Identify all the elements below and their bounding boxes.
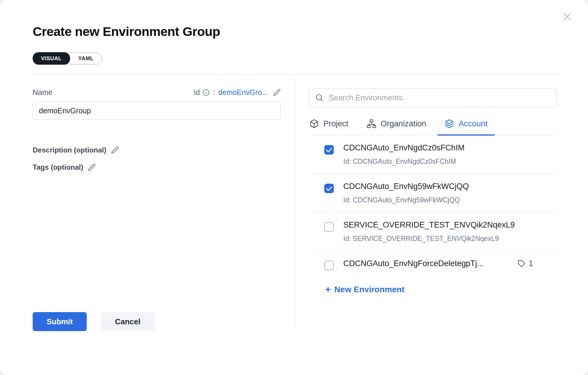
layers-icon bbox=[445, 119, 454, 128]
create-environment-group-modal: Create new Environment Group VISUAL YAML… bbox=[0, 0, 588, 375]
list-item[interactable]: CDCNGAuto_EnvNg59wFkWCjQQ Id: CDCNGAuto_… bbox=[309, 174, 557, 212]
environment-name: CDCNGAuto_EnvNgdCz0sFChIM bbox=[343, 143, 464, 152]
environment-texts: SERVICE_OVERRIDE_TEST_ENVQik2NqexL9 Id: … bbox=[343, 220, 557, 243]
scope-tabs: Project Organization bbox=[309, 115, 557, 135]
id-label: Id bbox=[194, 88, 200, 97]
search-box bbox=[309, 88, 557, 107]
submit-button[interactable]: Submit bbox=[33, 312, 87, 331]
environment-name: SERVICE_OVERRIDE_TEST_ENVQik2NqexL9 bbox=[343, 220, 515, 230]
name-label: Name bbox=[33, 88, 53, 97]
tags-row: Tags (optional) bbox=[33, 163, 281, 171]
cube-icon bbox=[309, 119, 319, 128]
toggle-yaml[interactable]: YAML bbox=[70, 53, 102, 64]
toggle-visual[interactable]: VISUAL bbox=[33, 52, 70, 65]
environment-checkbox[interactable] bbox=[324, 261, 334, 270]
environment-id: Id: CDCNGAuto_EnvNg59wFkWCjQQ bbox=[343, 196, 557, 204]
list-item[interactable]: CDCNGAuto_EnvNgdCz0sFChIM Id: CDCNGAuto_… bbox=[309, 135, 557, 174]
edit-id-icon[interactable] bbox=[273, 89, 281, 96]
id-value[interactable]: demoEnvGro... bbox=[218, 88, 268, 97]
new-environment-label: New Environment bbox=[334, 285, 404, 294]
environment-texts: CDCNGAuto_EnvNgForceDeletegpTj... 1 bbox=[343, 259, 557, 273]
edit-tags-icon[interactable] bbox=[88, 163, 96, 171]
form-actions: Submit Cancel bbox=[33, 312, 281, 331]
tab-organization[interactable]: Organization bbox=[366, 115, 427, 135]
environment-checkbox[interactable] bbox=[324, 184, 334, 193]
new-environment-button[interactable]: + New Environment bbox=[325, 285, 404, 294]
visual-yaml-toggle: VISUAL YAML bbox=[33, 53, 102, 64]
id-colon: : bbox=[213, 88, 215, 97]
environment-checkbox[interactable] bbox=[324, 145, 334, 155]
info-icon[interactable] bbox=[203, 89, 210, 96]
plus-icon: + bbox=[325, 285, 331, 294]
environment-name: CDCNGAuto_EnvNgForceDeletegpTj... bbox=[343, 259, 484, 268]
environment-id: Id: CDCNGAuto_EnvNgdCz0sFChIM bbox=[343, 158, 557, 166]
environment-id-clipped: Id: CDCNGAuto_EnvNgForceDeletegpTjXUQVQ bbox=[343, 268, 557, 273]
name-input[interactable] bbox=[33, 101, 281, 120]
environment-checkbox[interactable] bbox=[324, 222, 334, 232]
environments-panel: Project Organization bbox=[296, 75, 557, 361]
list-item[interactable]: CDCNGAuto_EnvNgForceDeletegpTj... 1 bbox=[309, 251, 557, 273]
close-icon[interactable] bbox=[561, 11, 573, 23]
page-title: Create new Environment Group bbox=[33, 24, 588, 39]
environment-texts: CDCNGAuto_EnvNg59wFkWCjQQ Id: CDCNGAuto_… bbox=[343, 182, 557, 204]
tag-count: 1 bbox=[529, 259, 533, 268]
name-row: Name Id : demoEnvGro... bbox=[33, 88, 281, 97]
cancel-button[interactable]: Cancel bbox=[101, 312, 154, 331]
description-row: Description (optional) bbox=[33, 146, 281, 154]
environment-name: CDCNGAuto_EnvNg59wFkWCjQQ bbox=[343, 182, 469, 191]
id-cluster: Id : demoEnvGro... bbox=[194, 88, 281, 97]
environment-id: Id: SERVICE_OVERRIDE_TEST_ENVQik2NqexL9 bbox=[343, 235, 557, 243]
list-item[interactable]: SERVICE_OVERRIDE_TEST_ENVQik2NqexL9 Id: … bbox=[309, 212, 557, 251]
form-column: Name Id : demoEnvGro... bbox=[33, 75, 281, 361]
tab-project[interactable]: Project bbox=[309, 115, 349, 135]
tab-project-label: Project bbox=[323, 119, 348, 128]
environment-texts: CDCNGAuto_EnvNgdCz0sFChIM Id: CDCNGAuto_… bbox=[343, 143, 557, 166]
tag-count-badge: 1 bbox=[518, 259, 533, 268]
hierarchy-icon bbox=[367, 119, 376, 128]
tab-account[interactable]: Account bbox=[444, 115, 488, 135]
environment-list: CDCNGAuto_EnvNgdCz0sFChIM Id: CDCNGAuto_… bbox=[309, 135, 557, 273]
tab-account-label: Account bbox=[459, 119, 488, 128]
tag-icon bbox=[518, 260, 526, 268]
edit-description-icon[interactable] bbox=[111, 146, 119, 154]
search-environments-input[interactable] bbox=[309, 88, 557, 107]
tab-organization-label: Organization bbox=[381, 119, 426, 128]
description-label: Description (optional) bbox=[33, 146, 106, 154]
tags-label: Tags (optional) bbox=[33, 163, 83, 171]
modal-content: Name Id : demoEnvGro... bbox=[0, 75, 588, 361]
